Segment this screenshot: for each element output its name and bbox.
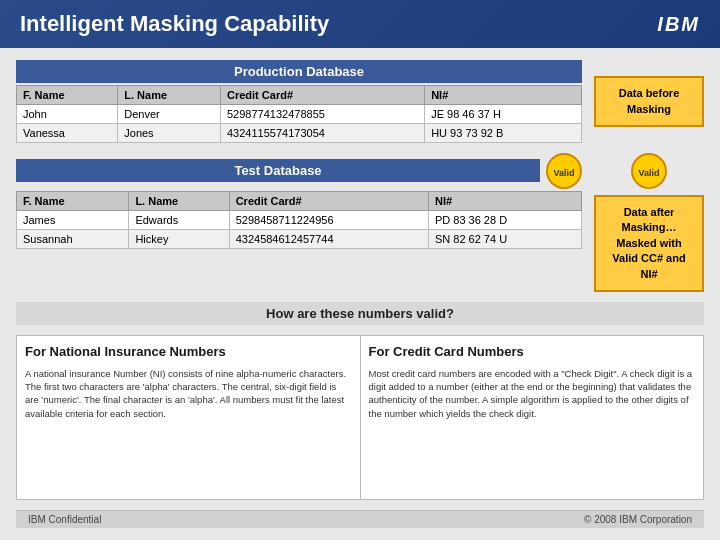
test-row1-fname: James [17, 211, 129, 230]
test-col-lname: L. Name [129, 192, 229, 211]
test-row2-cc: 4324584612457744 [229, 230, 428, 249]
app-header: Intelligent Masking Capability IBM [0, 0, 720, 48]
prod-row1-lname: Denver [118, 105, 221, 124]
production-db-section: Production Database F. Name L. Name Cred… [16, 60, 704, 143]
ni-panel-body: A national insurance Number (NI) consist… [25, 367, 352, 420]
test-col-fname: F. Name [17, 192, 129, 211]
test-col-cc: Credit Card# [229, 192, 428, 211]
valid-badge-2: Valid [631, 153, 667, 189]
prod-row2-cc: 4324115574173054 [221, 124, 425, 143]
test-col-ni: NI# [428, 192, 581, 211]
bottom-panels: For National Insurance Numbers A nationa… [16, 335, 704, 500]
cc-panel-body: Most credit card numbers are encoded wit… [369, 367, 696, 420]
test-row1-cc: 5298458711224956 [229, 211, 428, 230]
prod-row1-cc: 5298774132478855 [221, 105, 425, 124]
test-db-section: Test Database Valid F. Name L. Name Cred… [16, 153, 704, 292]
ni-panel: For National Insurance Numbers A nationa… [16, 335, 360, 500]
ibm-logo: IBM [657, 13, 700, 36]
table-row: Vanessa Jones 4324115574173054 HU 93 73 … [17, 124, 582, 143]
prod-row2-lname: Jones [118, 124, 221, 143]
ni-panel-title: For National Insurance Numbers [25, 344, 352, 361]
test-db-table: F. Name L. Name Credit Card# NI# James E… [16, 191, 582, 249]
test-row2-fname: Susannah [17, 230, 129, 249]
table-row: John Denver 5298774132478855 JE 98 46 37… [17, 105, 582, 124]
test-row2-ni: SN 82 62 74 U [428, 230, 581, 249]
footer-left: IBM Confidential [28, 514, 101, 525]
prod-col-fname: F. Name [17, 86, 118, 105]
prod-row2-ni: HU 93 73 92 B [425, 124, 582, 143]
how-valid-title: How are these numbers valid? [16, 302, 704, 325]
prod-row1-fname: John [17, 105, 118, 124]
prod-col-cc: Credit Card# [221, 86, 425, 105]
page-title: Intelligent Masking Capability [20, 11, 329, 37]
test-db-table-wrapper: Test Database Valid F. Name L. Name Cred… [16, 153, 582, 249]
footer: IBM Confidential © 2008 IBM Corporation [16, 510, 704, 528]
prod-col-lname: L. Name [118, 86, 221, 105]
test-row1-lname: Edwards [129, 211, 229, 230]
data-before-label: Data before Masking [594, 76, 704, 127]
prod-col-ni: NI# [425, 86, 582, 105]
cc-panel: For Credit Card Numbers Most credit card… [360, 335, 705, 500]
production-db-table: F. Name L. Name Credit Card# NI# John De… [16, 85, 582, 143]
main-content: Production Database F. Name L. Name Cred… [0, 48, 720, 540]
test-row2-lname: Hickey [129, 230, 229, 249]
production-db-title: Production Database [16, 60, 582, 83]
prod-row2-fname: Vanessa [17, 124, 118, 143]
production-db-table-wrapper: Production Database F. Name L. Name Cred… [16, 60, 582, 143]
table-row: James Edwards 5298458711224956 PD 83 36 … [17, 211, 582, 230]
prod-row1-ni: JE 98 46 37 H [425, 105, 582, 124]
cc-panel-title: For Credit Card Numbers [369, 344, 696, 361]
test-db-title: Test Database [16, 159, 540, 182]
test-row1-ni: PD 83 36 28 D [428, 211, 581, 230]
footer-right: © 2008 IBM Corporation [584, 514, 692, 525]
table-row: Susannah Hickey 4324584612457744 SN 82 6… [17, 230, 582, 249]
valid-badge-1: Valid [546, 153, 582, 189]
data-after-label: Data after Masking… Masked with Valid CC… [594, 195, 704, 292]
